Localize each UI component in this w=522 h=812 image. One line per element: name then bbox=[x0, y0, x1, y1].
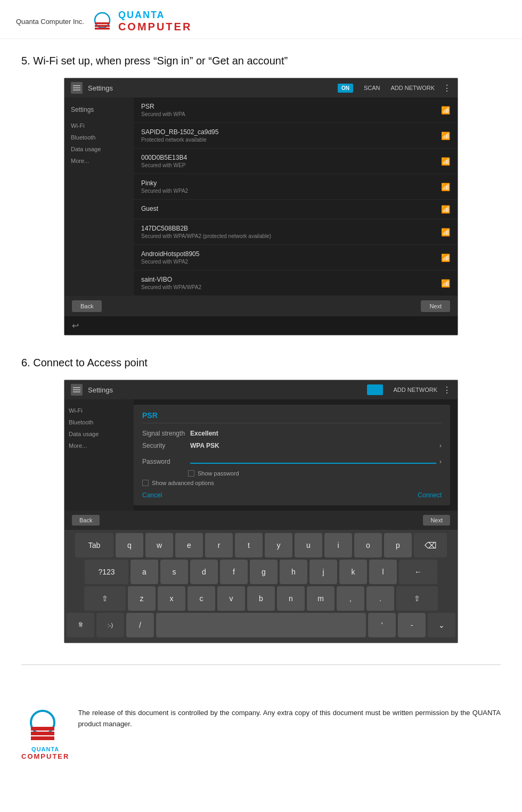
kb-space[interactable] bbox=[156, 613, 366, 637]
ap-connect-dialog: PSR Signal strength Excellent Security W… bbox=[134, 405, 450, 505]
wifi-network-147dc[interactable]: 147DC508BB2B Secured with WPA/WPA2 (prot… bbox=[134, 219, 458, 245]
wifi-next-button[interactable]: Next bbox=[421, 300, 450, 312]
kb-w[interactable]: w bbox=[145, 533, 173, 557]
ap-password-label: Password bbox=[142, 458, 190, 465]
kb-o[interactable]: o bbox=[354, 533, 382, 557]
wifi-back-button[interactable]: Back bbox=[72, 300, 102, 312]
back-arrow-icon[interactable]: ↩ bbox=[72, 321, 79, 331]
kb-f[interactable]: f bbox=[220, 560, 248, 584]
kb-collapse[interactable]: ⌄ bbox=[428, 613, 455, 637]
ap-password-input[interactable] bbox=[190, 454, 436, 464]
ap-add-network-btn[interactable]: ADD NETWORK bbox=[394, 387, 438, 393]
ap-show-password-label: Show password bbox=[198, 470, 239, 477]
kb-q[interactable]: q bbox=[116, 533, 143, 557]
ap-signal-label: Signal strength bbox=[142, 430, 190, 437]
kb-j[interactable]: j bbox=[309, 560, 337, 584]
kb-emoji[interactable]: :-) bbox=[96, 613, 124, 637]
wifi-toggle[interactable]: ON bbox=[338, 84, 353, 93]
wifi-left-bluetooth[interactable]: Bluetooth bbox=[71, 132, 127, 143]
kb-b[interactable]: b bbox=[247, 586, 275, 611]
ap-nav-more[interactable]: More... bbox=[69, 440, 129, 452]
company-name: Quanta Computer Inc. bbox=[16, 18, 84, 26]
ap-advanced-checkbox[interactable] bbox=[142, 480, 149, 486]
kb-period[interactable]: . bbox=[366, 586, 394, 611]
ap-password-row[interactable]: Password › bbox=[142, 454, 442, 465]
kb-u[interactable]: u bbox=[295, 533, 322, 557]
footer-computer: COMPUTER bbox=[21, 752, 69, 760]
ap-back-button[interactable]: Back bbox=[72, 515, 100, 526]
wifi-left-wifi[interactable]: Wi-Fi bbox=[71, 120, 127, 132]
kb-shift-right[interactable]: ⇧ bbox=[396, 586, 438, 611]
kb-apostrophe[interactable]: ' bbox=[368, 613, 396, 637]
kb-t[interactable]: t bbox=[235, 533, 263, 557]
wifi-network-list: PSR Secured with WPA 📶 SAPIDO_RB-1502_ca… bbox=[134, 97, 458, 296]
section6-title: Connect to Access point bbox=[33, 357, 148, 368]
footer-quanta: QUANTA bbox=[21, 746, 69, 752]
wifi-network-pinky[interactable]: Pinky Secured with WPA2 📶 bbox=[134, 174, 458, 200]
ap-nav-bluetooth[interactable]: Bluetooth bbox=[69, 416, 129, 428]
ap-dialog-buttons: Cancel Connect bbox=[142, 491, 442, 499]
ap-security-label: Security bbox=[142, 442, 190, 449]
ap-cancel-button[interactable]: Cancel bbox=[142, 491, 162, 499]
kb-m[interactable]: m bbox=[307, 586, 335, 611]
svg-rect-3 bbox=[95, 28, 110, 30]
kb-i[interactable]: i bbox=[324, 533, 352, 557]
kb-a[interactable]: a bbox=[130, 560, 158, 584]
wifi-menu-dots[interactable]: ⋮ bbox=[443, 83, 451, 93]
ap-dialog-area: Wi-Fi Bluetooth Data usage More... PSR S… bbox=[64, 399, 458, 511]
kb-tab[interactable]: Tab bbox=[75, 533, 113, 557]
wifi-network-guest[interactable]: Guest 📶 bbox=[134, 200, 458, 219]
kb-n[interactable]: n bbox=[277, 586, 305, 611]
ap-toggle-partial[interactable] bbox=[367, 384, 383, 395]
kb-z[interactable]: z bbox=[128, 586, 156, 611]
section5-number: 5. bbox=[21, 55, 30, 67]
wifi-left-more[interactable]: More... bbox=[71, 155, 127, 167]
wifi-network-android[interactable]: AndroidHotspot8905 Secured with WPA2 📶 bbox=[134, 245, 458, 270]
ap-advanced-row[interactable]: Show advanced options bbox=[142, 480, 442, 486]
wifi-add-network-btn[interactable]: ADD NETWORK bbox=[391, 85, 435, 91]
kb-slash[interactable]: / bbox=[126, 613, 154, 637]
kb-x[interactable]: x bbox=[158, 586, 185, 611]
kb-r[interactable]: r bbox=[205, 533, 233, 557]
section5-heading: 5. Wi-Fi set up, when press “Sign in” or… bbox=[21, 55, 501, 67]
kb-g[interactable]: g bbox=[250, 560, 278, 584]
ap-show-password-checkbox[interactable] bbox=[188, 470, 194, 477]
ap-show-password-row[interactable]: Show password bbox=[142, 470, 442, 477]
ap-connect-button[interactable]: Connect bbox=[418, 491, 442, 499]
wifi-scan-btn[interactable]: SCAN bbox=[364, 85, 380, 91]
ap-next-button[interactable]: Next bbox=[423, 515, 450, 526]
section6-number: 6. bbox=[21, 357, 30, 368]
wifi-network-sapido[interactable]: SAPIDO_RB-1502_ca9d95 Protected network … bbox=[134, 123, 458, 149]
kb-enter[interactable]: ← bbox=[399, 560, 437, 584]
kb-comma[interactable]: , bbox=[337, 586, 364, 611]
footer-text: The release of this document is controll… bbox=[78, 708, 501, 730]
kb-e[interactable]: e bbox=[175, 533, 203, 557]
wifi-network-saint[interactable]: saint-VIBO Secured with WPA/WPA2 📶 bbox=[134, 270, 458, 296]
kb-123[interactable]: ?123 bbox=[85, 560, 128, 584]
wifi-signal-icon-8: 📶 bbox=[441, 279, 450, 288]
kb-p[interactable]: p bbox=[384, 533, 412, 557]
kb-shift-left[interactable]: ⇧ bbox=[84, 586, 126, 611]
wifi-nav-bar: ↩ bbox=[64, 316, 458, 335]
wifi-left-data[interactable]: Data usage bbox=[71, 143, 127, 155]
ap-nav-data[interactable]: Data usage bbox=[69, 428, 129, 440]
ap-nav-wifi[interactable]: Wi-Fi bbox=[69, 405, 129, 416]
section6-heading: 6. Connect to Access point bbox=[21, 357, 501, 369]
logo-quanta: QUANTA bbox=[118, 10, 192, 21]
kb-l[interactable]: l bbox=[369, 560, 397, 584]
kb-h[interactable]: h bbox=[280, 560, 307, 584]
kb-dash[interactable]: - bbox=[398, 613, 426, 637]
kb-delete[interactable]: ⌫ bbox=[414, 533, 447, 557]
wifi-left-panel: Settings Wi-Fi Bluetooth Data usage More… bbox=[64, 97, 134, 296]
kb-v[interactable]: v bbox=[217, 586, 245, 611]
wifi-network-000d[interactable]: 000D0B5E13B4 Secured with WEP 📶 bbox=[134, 149, 458, 174]
kb-k[interactable]: k bbox=[339, 560, 367, 584]
kb-hindi[interactable]: हि bbox=[67, 613, 94, 637]
kb-c[interactable]: c bbox=[187, 586, 215, 611]
kb-d[interactable]: d bbox=[190, 560, 218, 584]
footer-logo: QUANTA COMPUTER bbox=[21, 708, 69, 760]
ap-menu-dots[interactable]: ⋮ bbox=[443, 385, 451, 395]
wifi-network-psr[interactable]: PSR Secured with WPA 📶 bbox=[134, 97, 458, 123]
kb-y[interactable]: y bbox=[265, 533, 292, 557]
kb-s[interactable]: s bbox=[160, 560, 188, 584]
